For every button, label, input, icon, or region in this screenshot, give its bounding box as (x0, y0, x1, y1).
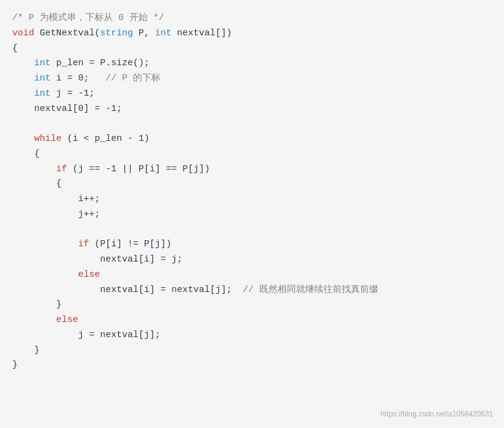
code-token: ( (95, 28, 100, 38)
code-line: nextval[0] = -1; (12, 102, 492, 117)
code-token: j++; (12, 209, 100, 219)
code-token: { (12, 179, 62, 189)
code-block: /* P 为模式串，下标从 0 开始 */void GetNextval(str… (12, 11, 492, 373)
code-token: else (56, 315, 78, 325)
code-line: nextval[i] = nextval[j]; // 既然相同就继续往前找真前… (12, 283, 492, 298)
code-token (12, 58, 34, 68)
code-line: nextval[i] = j; (12, 252, 492, 268)
code-token (12, 88, 34, 99)
code-token: j = -1; (51, 88, 95, 99)
code-line: { (12, 177, 492, 192)
watermark: https://blog.csdn.net/a1058420631 (381, 408, 493, 421)
code-token: nextval[0] = -1; (12, 104, 122, 114)
code-token: int (155, 28, 171, 38)
code-token: if (56, 164, 67, 174)
code-token: (j == -1 || P[i] == P[j]) (67, 164, 210, 174)
code-line: i++; (12, 192, 492, 207)
code-token (12, 239, 78, 249)
code-token: GetNextval (40, 28, 95, 38)
code-token: } (12, 360, 18, 370)
code-token: int (34, 58, 51, 68)
code-line: { (12, 147, 492, 162)
code-token: // P 的下标 (106, 73, 160, 84)
code-line (12, 116, 492, 132)
code-token: i++; (12, 194, 100, 204)
code-line (12, 223, 492, 238)
code-line: int i = 0; // P 的下标 (12, 71, 492, 87)
code-token: (i < p_len - 1) (62, 134, 149, 144)
code-line: if (j == -1 || P[i] == P[j]) (12, 162, 492, 177)
code-token: nextval[]) (171, 28, 232, 38)
code-container: /* P 为模式串，下标从 0 开始 */void GetNextval(str… (0, 0, 504, 428)
code-token: int (34, 88, 51, 99)
code-token: p_len = P.size(); (51, 58, 149, 68)
code-token: (P[i] != P[j]) (89, 239, 171, 249)
code-token: while (34, 134, 62, 144)
code-line: else (12, 268, 492, 283)
code-line: { (12, 41, 492, 57)
code-token: } (12, 345, 40, 355)
code-token: // 既然相同就继续往前找真前缀 (243, 285, 378, 295)
code-token: int (34, 73, 51, 84)
code-line: void GetNextval(string P, int nextval[]) (12, 26, 492, 41)
code-token: nextval[i] = j; (12, 254, 182, 265)
code-token: string (100, 28, 133, 38)
code-token: else (78, 269, 100, 280)
code-line: } (12, 358, 492, 373)
code-token: nextval[i] = nextval[j]; (12, 285, 243, 295)
code-token: j = nextval[j]; (12, 330, 160, 340)
code-token (12, 269, 78, 280)
code-token: void (12, 28, 34, 38)
code-token: i = 0; (51, 73, 106, 84)
code-token (12, 315, 56, 325)
code-token: /* P 为模式串，下标从 0 开始 */ (12, 13, 164, 23)
code-token (12, 73, 34, 84)
code-line: j = nextval[j]; (12, 328, 492, 343)
code-token: } (12, 299, 62, 310)
code-line: if (P[i] != P[j]) (12, 237, 492, 252)
code-line: else (12, 313, 492, 328)
code-token: { (12, 149, 40, 159)
code-line: while (i < p_len - 1) (12, 132, 492, 147)
code-line: } (12, 343, 492, 358)
code-line: j++; (12, 207, 492, 223)
code-line: int p_len = P.size(); (12, 56, 492, 71)
code-line: /* P 为模式串，下标从 0 开始 */ (12, 11, 492, 26)
code-line: } (12, 298, 492, 313)
code-token (34, 28, 40, 38)
code-line: int j = -1; (12, 87, 492, 102)
code-token: P, (133, 28, 155, 38)
code-token (12, 134, 34, 144)
code-token: { (12, 43, 18, 54)
code-token (12, 164, 56, 174)
code-token: if (78, 239, 89, 249)
